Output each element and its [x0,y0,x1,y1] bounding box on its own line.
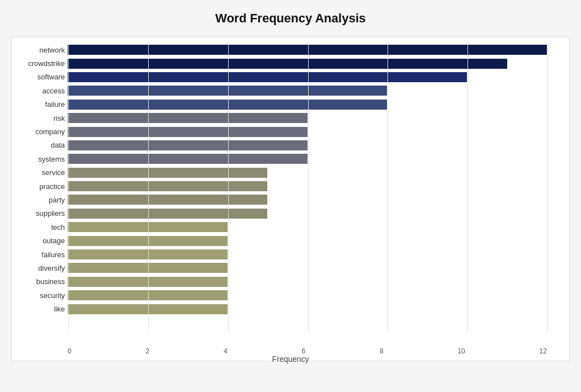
bar [68,236,228,246]
bar-label: access [15,87,65,95]
bar [68,100,387,110]
x-axis: 024681012 [68,347,547,355]
chart-area: networkcrowdstrikesoftwareaccessfailurer… [11,37,570,361]
x-tick-label: 4 [224,347,228,355]
bar [68,72,467,82]
x-tick-label: 6 [301,347,305,355]
bar-label: failure [15,100,65,108]
bar-label: suppliers [15,209,65,218]
bar-label: failures [15,251,65,259]
bars-section: networkcrowdstrikesoftwareaccessfailurer… [68,43,547,333]
bar-row: outage [68,235,547,247]
bar [68,140,308,150]
bar [68,290,228,300]
bar-row: data [68,140,547,151]
bar-label: tech [15,223,65,232]
bar-row: security [68,290,547,301]
bar-label: crowdstrike [15,59,65,68]
bar-label: practice [15,182,65,191]
bar-label: company [15,127,65,136]
bar-row: tech [68,221,547,233]
bar-label: business [15,277,65,286]
bar-row: systems [68,153,547,164]
bar-label: software [15,73,65,81]
bar-row: risk [68,112,547,124]
bar [68,168,267,178]
bar-label: diversify [15,264,65,272]
bar-row: party [68,194,547,205]
grid-line [547,43,548,333]
bar-row: company [68,126,547,138]
bar [68,209,267,219]
bar [68,277,228,287]
x-tick-label: 12 [540,347,547,355]
bar [68,86,387,96]
x-tick-label: 8 [380,347,384,355]
bar-row: failures [68,249,547,260]
bar [68,263,228,273]
bar-row: network [68,44,547,55]
x-tick-label: 2 [145,347,149,355]
bar-label: security [15,291,65,300]
bar-label: service [15,168,65,177]
x-tick-label: 10 [457,347,465,355]
bar [68,195,267,205]
bar [68,154,308,164]
bar-row: failure [68,99,547,110]
bar-row: diversify [68,262,547,273]
bar [68,127,308,137]
bar-label: data [15,141,65,149]
chart-title: Word Frequency Analysis [11,11,570,26]
bar-label: outage [15,237,65,245]
bar [68,304,228,314]
bar-label: network [15,46,65,54]
chart-container: Word Frequency Analysis networkcrowdstri… [0,0,581,392]
bar-row: crowdstrike [68,58,547,69]
x-tick-label: 0 [68,347,72,355]
bar [68,181,267,191]
bar-row: access [68,85,547,96]
bar [68,249,228,259]
bar-label: systems [15,155,65,163]
bar-label: like [15,305,65,313]
bar [68,113,308,123]
bar [68,45,547,55]
bar-row: practice [68,181,547,192]
bar [68,59,507,69]
bar-row: suppliers [68,208,547,219]
bar-row: like [68,304,547,315]
bar-row: service [68,167,547,178]
bar-label: party [15,196,65,204]
bar-label: risk [15,114,65,122]
bar-row: software [68,72,547,83]
x-axis-title: Frequency [12,355,569,363]
bar [68,222,228,232]
bar-row: business [68,276,547,287]
